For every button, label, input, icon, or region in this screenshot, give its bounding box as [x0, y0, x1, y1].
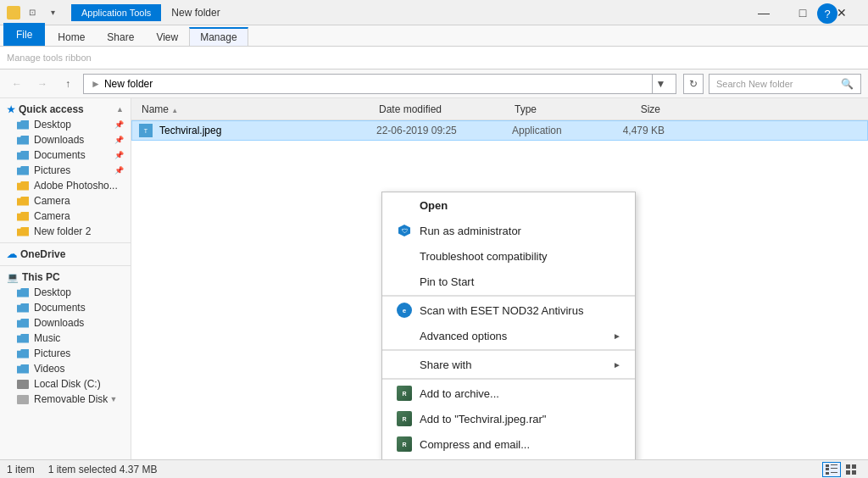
sidebar-item-downloads-qa[interactable]: Downloads 📌: [0, 132, 131, 147]
quick-access-header[interactable]: ★ Quick access ▲: [0, 102, 131, 117]
sidebar: ★ Quick access ▲ Desktop 📌 Downloads 📌 D…: [0, 98, 131, 459]
address-box[interactable]: ► New folder ▼: [83, 74, 676, 94]
col-name[interactable]: Name ▲: [138, 103, 376, 115]
thispc-localdisk[interactable]: Local Disk (C:): [0, 376, 131, 392]
tab-home[interactable]: Home: [47, 28, 96, 46]
folder-icon-titlebar: [7, 6, 20, 19]
ctx-add-archive[interactable]: R Add to archive...: [382, 379, 635, 406]
ctx-eset[interactable]: e Scan with ESET NOD32 Antivirus: [382, 296, 635, 323]
thispc-documents[interactable]: Documents: [0, 300, 131, 315]
thispc-music[interactable]: Music: [0, 331, 131, 346]
file-date-techviral: 22-06-2019 09:25: [376, 125, 512, 136]
file-name-techviral: Techviral.jpeg: [159, 125, 376, 136]
ctx-advanced-arrow: ►: [613, 331, 621, 341]
up-button[interactable]: ↑: [58, 74, 78, 94]
svg-rect-5: [831, 472, 837, 473]
col-name-label: Name: [142, 103, 169, 115]
onedrive-header[interactable]: ☁ OneDrive: [0, 247, 131, 262]
thispc-section: 💻 This PC Desktop Documents Downloads Mu…: [0, 270, 131, 407]
title-bar-left: ⊡ ▾ Application Tools New folder: [7, 4, 220, 21]
svg-rect-7: [852, 464, 856, 469]
col-type[interactable]: Type: [511, 103, 596, 115]
ctx-add-rar[interactable]: R Add to "Techviral.jpeg.rar": [382, 406, 635, 431]
ctx-run-admin[interactable]: 🛡 Run as administrator: [382, 218, 635, 243]
back-button[interactable]: ←: [7, 74, 27, 94]
sidebar-divider-1: [0, 242, 131, 243]
ctx-eset-icon: e: [396, 302, 413, 319]
sidebar-item-documents-qa[interactable]: Documents 📌: [0, 147, 131, 163]
view-details-btn[interactable]: [822, 462, 841, 477]
view-large-btn[interactable]: [843, 462, 861, 477]
forward-button[interactable]: →: [32, 74, 53, 94]
address-bar: ← → ↑ ► New folder ▼ ↻ Search New folder…: [0, 69, 868, 98]
tab-share[interactable]: Share: [96, 28, 145, 46]
qat-properties[interactable]: ⊡: [24, 4, 41, 21]
thispc-removable[interactable]: Removable Disk ▼: [0, 392, 131, 407]
file-row-techviral[interactable]: T Techviral.jpeg 22-06-2019 09:25 Applic…: [131, 120, 868, 141]
file-header: Name ▲ Date modified Type Size: [131, 98, 868, 120]
sidebar-item-newfolder2[interactable]: New folder 2: [0, 224, 131, 239]
view-large-icon: [846, 464, 858, 475]
thispc-pictures[interactable]: Pictures: [0, 346, 131, 361]
context-menu: Open 🛡 Run as administrator Troubleshoot…: [381, 192, 636, 459]
sidebar-item-camera2[interactable]: Camera: [0, 208, 131, 224]
ctx-open[interactable]: Open: [382, 192, 635, 218]
sidebar-item-photoshop[interactable]: Adobe Photosho...: [0, 178, 131, 193]
quick-access-icon: ★: [7, 104, 15, 115]
main-content: ★ Quick access ▲ Desktop 📌 Downloads 📌 D…: [0, 98, 868, 459]
sidebar-label-pictures-qa: Pictures: [34, 164, 70, 176]
ctx-pin-start-label: Pin to Start: [420, 275, 474, 288]
status-left: 1 item 1 item selected 4.37 MB: [7, 464, 157, 475]
thispc-videos[interactable]: Videos: [0, 361, 131, 376]
sidebar-label-newfolder2: New folder 2: [34, 225, 91, 237]
cloud-icon: ☁: [7, 248, 17, 260]
tab-manage[interactable]: Manage: [189, 27, 248, 46]
folder-blue-icon: [17, 120, 29, 130]
col-size[interactable]: Size: [596, 103, 664, 115]
ctx-open-icon: [396, 197, 413, 214]
app-tools-tab[interactable]: Application Tools: [71, 4, 161, 21]
folder-thispc-downloads-icon: [17, 319, 29, 328]
svg-rect-6: [846, 464, 850, 469]
ctx-pin-start[interactable]: Pin to Start: [382, 269, 635, 296]
ctx-share[interactable]: Share with ►: [382, 350, 635, 379]
ctx-rar1-icon: R: [396, 385, 413, 402]
quick-access-label: Quick access: [19, 103, 84, 115]
tab-view[interactable]: View: [145, 28, 189, 46]
sidebar-item-desktop-qa[interactable]: Desktop 📌: [0, 117, 131, 132]
thispc-removable-label: Removable Disk: [34, 393, 108, 405]
minimize-button[interactable]: —: [744, 0, 783, 25]
sidebar-label-downloads: Downloads: [34, 134, 84, 146]
thispc-pictures-label: Pictures: [34, 347, 70, 359]
tab-file[interactable]: File: [3, 23, 45, 46]
sidebar-label-photoshop: Adobe Photosho...: [34, 180, 118, 192]
address-dropdown[interactable]: ▼: [652, 74, 669, 94]
help-button[interactable]: ?: [817, 3, 837, 24]
ctx-rar2-icon: R: [396, 410, 413, 427]
qat-dropdown[interactable]: ▾: [44, 4, 61, 21]
sidebar-item-camera1[interactable]: Camera: [0, 193, 131, 208]
search-box[interactable]: Search New folder 🔍: [709, 74, 861, 94]
thispc-documents-label: Documents: [34, 302, 86, 314]
thispc-header[interactable]: 💻 This PC: [0, 270, 131, 285]
thispc-desktop[interactable]: Desktop: [0, 285, 131, 300]
thispc-downloads[interactable]: Downloads: [0, 315, 131, 331]
refresh-button[interactable]: ↻: [683, 74, 704, 94]
search-placeholder: Search New folder: [716, 79, 793, 89]
eset-logo: e: [397, 303, 412, 318]
folder-thispc-documents-icon: [17, 303, 29, 313]
ribbon: File Home Share View Manage ? Manage too…: [0, 25, 868, 69]
sidebar-item-pictures-qa[interactable]: Pictures 📌: [0, 163, 131, 178]
col-type-label: Type: [515, 103, 537, 115]
ctx-troubleshoot[interactable]: Troubleshoot compatibility: [382, 243, 635, 269]
col-date[interactable]: Date modified: [376, 103, 511, 115]
ribbon-placeholder: Manage tools ribbon: [7, 53, 92, 63]
ctx-share-label: Share with: [420, 358, 471, 371]
ctx-compress-rar-email[interactable]: R Compress to "Techviral.jpeg.rar" and e…: [382, 457, 635, 459]
folder-thispc-music-icon: [17, 334, 29, 343]
ctx-compress-email[interactable]: R Compress and email...: [382, 431, 635, 457]
ctx-advanced[interactable]: Advanced options ►: [382, 323, 635, 350]
rar-logo1: R: [397, 386, 412, 401]
status-bar: 1 item 1 item selected 4.37 MB: [0, 459, 868, 478]
window-controls: — □ ✕: [744, 0, 861, 25]
